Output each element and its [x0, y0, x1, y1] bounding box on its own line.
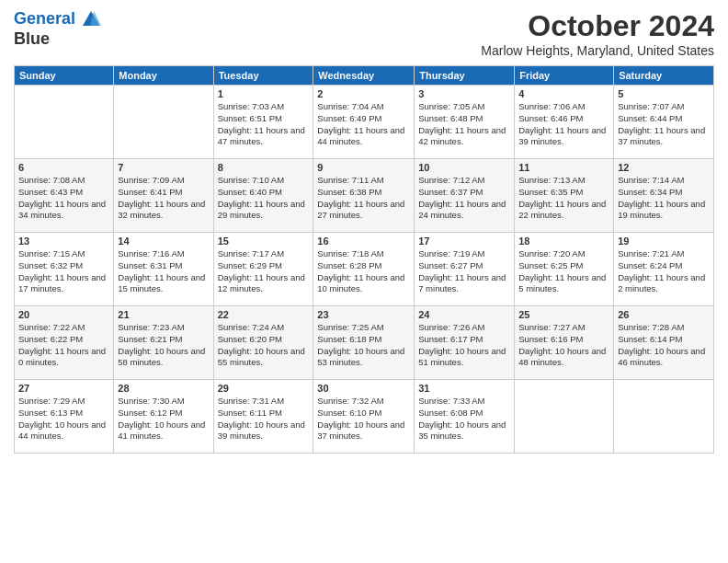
day-detail: Sunrise: 7:17 AM Sunset: 6:29 PM Dayligh…: [218, 248, 310, 295]
day-number: 14: [118, 236, 209, 247]
day-detail: Sunrise: 7:12 AM Sunset: 6:37 PM Dayligh…: [418, 175, 510, 222]
day-detail: Sunrise: 7:33 AM Sunset: 6:08 PM Dayligh…: [418, 396, 510, 442]
day-detail: Sunrise: 7:10 AM Sunset: 6:40 PM Dayligh…: [218, 175, 310, 222]
day-detail: Sunrise: 7:18 AM Sunset: 6:28 PM Dayligh…: [317, 248, 410, 295]
day-number: 3: [418, 88, 510, 99]
title-block: October 2024 Marlow Heights, Maryland, U…: [481, 9, 714, 58]
day-number: 6: [18, 162, 109, 173]
day-number: 23: [317, 309, 410, 320]
day-number: 21: [118, 309, 209, 320]
day-number: 9: [317, 162, 410, 173]
day-number: 19: [618, 236, 710, 247]
day-cell: 19Sunrise: 7:21 AM Sunset: 6:24 PM Dayli…: [614, 233, 714, 306]
day-number: 18: [518, 236, 609, 247]
day-detail: Sunrise: 7:21 AM Sunset: 6:24 PM Dayligh…: [618, 248, 710, 295]
day-header-friday: Friday: [515, 66, 614, 86]
logo: General Blue: [14, 9, 102, 49]
day-detail: Sunrise: 7:22 AM Sunset: 6:22 PM Dayligh…: [18, 322, 109, 369]
week-row-1: 1Sunrise: 7:03 AM Sunset: 6:51 PM Daylig…: [15, 86, 714, 159]
day-number: 20: [18, 309, 109, 320]
day-number: 10: [418, 162, 510, 173]
day-cell: 9Sunrise: 7:11 AM Sunset: 6:38 PM Daylig…: [313, 159, 415, 233]
day-cell: 24Sunrise: 7:26 AM Sunset: 6:17 PM Dayli…: [415, 306, 515, 380]
day-detail: Sunrise: 7:26 AM Sunset: 6:17 PM Dayligh…: [418, 322, 510, 369]
day-detail: Sunrise: 7:14 AM Sunset: 6:34 PM Dayligh…: [618, 175, 710, 222]
day-cell: [515, 380, 614, 454]
logo-text: General Blue: [14, 9, 102, 49]
day-detail: Sunrise: 7:20 AM Sunset: 6:25 PM Dayligh…: [518, 248, 609, 295]
day-cell: 1Sunrise: 7:03 AM Sunset: 6:51 PM Daylig…: [213, 86, 313, 159]
week-row-2: 6Sunrise: 7:08 AM Sunset: 6:43 PM Daylig…: [15, 159, 714, 233]
header: General Blue October 2024 Marlow Heights…: [14, 9, 714, 58]
day-detail: Sunrise: 7:28 AM Sunset: 6:14 PM Dayligh…: [618, 322, 710, 369]
day-detail: Sunrise: 7:06 AM Sunset: 6:46 PM Dayligh…: [518, 101, 609, 148]
week-row-3: 13Sunrise: 7:15 AM Sunset: 6:32 PM Dayli…: [15, 233, 714, 306]
day-number: 25: [518, 309, 609, 320]
day-number: 5: [618, 88, 710, 99]
day-cell: 17Sunrise: 7:19 AM Sunset: 6:27 PM Dayli…: [415, 233, 515, 306]
day-detail: Sunrise: 7:05 AM Sunset: 6:48 PM Dayligh…: [418, 101, 510, 148]
day-cell: 4Sunrise: 7:06 AM Sunset: 6:46 PM Daylig…: [515, 86, 614, 159]
day-cell: 20Sunrise: 7:22 AM Sunset: 6:22 PM Dayli…: [15, 306, 114, 380]
day-cell: 2Sunrise: 7:04 AM Sunset: 6:49 PM Daylig…: [313, 86, 415, 159]
day-number: 8: [218, 162, 310, 173]
day-cell: 11Sunrise: 7:13 AM Sunset: 6:35 PM Dayli…: [515, 159, 614, 233]
day-detail: Sunrise: 7:09 AM Sunset: 6:41 PM Dayligh…: [118, 175, 209, 222]
day-number: 17: [418, 236, 510, 247]
day-cell: 22Sunrise: 7:24 AM Sunset: 6:20 PM Dayli…: [213, 306, 313, 380]
page: General Blue October 2024 Marlow Heights…: [0, 0, 728, 563]
day-header-monday: Monday: [114, 66, 213, 86]
day-detail: Sunrise: 7:25 AM Sunset: 6:18 PM Dayligh…: [317, 322, 410, 369]
day-cell: 31Sunrise: 7:33 AM Sunset: 6:08 PM Dayli…: [415, 380, 515, 454]
day-cell: [114, 86, 213, 159]
day-header-saturday: Saturday: [614, 66, 714, 86]
day-header-sunday: Sunday: [15, 66, 114, 86]
day-number: 4: [518, 88, 609, 99]
day-number: 31: [418, 383, 510, 394]
header-row: SundayMondayTuesdayWednesdayThursdayFrid…: [15, 66, 714, 86]
day-cell: 15Sunrise: 7:17 AM Sunset: 6:29 PM Dayli…: [213, 233, 313, 306]
day-cell: 30Sunrise: 7:32 AM Sunset: 6:10 PM Dayli…: [313, 380, 415, 454]
calendar-body: 1Sunrise: 7:03 AM Sunset: 6:51 PM Daylig…: [15, 86, 714, 454]
day-number: 16: [317, 236, 410, 247]
logo-wordmark: General: [14, 9, 102, 29]
day-detail: Sunrise: 7:29 AM Sunset: 6:13 PM Dayligh…: [18, 396, 109, 442]
day-detail: Sunrise: 7:04 AM Sunset: 6:49 PM Dayligh…: [317, 101, 410, 148]
day-detail: Sunrise: 7:31 AM Sunset: 6:11 PM Dayligh…: [218, 396, 310, 442]
day-number: 2: [317, 88, 410, 99]
day-cell: 28Sunrise: 7:30 AM Sunset: 6:12 PM Dayli…: [114, 380, 213, 454]
day-detail: Sunrise: 7:15 AM Sunset: 6:32 PM Dayligh…: [18, 248, 109, 295]
day-number: 7: [118, 162, 209, 173]
day-detail: Sunrise: 7:30 AM Sunset: 6:12 PM Dayligh…: [118, 396, 209, 442]
day-detail: Sunrise: 7:07 AM Sunset: 6:44 PM Dayligh…: [618, 101, 710, 148]
day-cell: 26Sunrise: 7:28 AM Sunset: 6:14 PM Dayli…: [614, 306, 714, 380]
day-cell: 3Sunrise: 7:05 AM Sunset: 6:48 PM Daylig…: [415, 86, 515, 159]
location: Marlow Heights, Maryland, United States: [481, 43, 714, 58]
day-number: 27: [18, 383, 109, 394]
day-cell: 18Sunrise: 7:20 AM Sunset: 6:25 PM Dayli…: [515, 233, 614, 306]
day-detail: Sunrise: 7:32 AM Sunset: 6:10 PM Dayligh…: [317, 396, 410, 442]
day-cell: 29Sunrise: 7:31 AM Sunset: 6:11 PM Dayli…: [213, 380, 313, 454]
calendar: SundayMondayTuesdayWednesdayThursdayFrid…: [14, 65, 714, 454]
day-cell: 16Sunrise: 7:18 AM Sunset: 6:28 PM Dayli…: [313, 233, 415, 306]
day-number: 24: [418, 309, 510, 320]
day-detail: Sunrise: 7:08 AM Sunset: 6:43 PM Dayligh…: [18, 175, 109, 222]
day-detail: Sunrise: 7:16 AM Sunset: 6:31 PM Dayligh…: [118, 248, 209, 295]
day-cell: [614, 380, 714, 454]
day-header-thursday: Thursday: [415, 66, 515, 86]
day-cell: 7Sunrise: 7:09 AM Sunset: 6:41 PM Daylig…: [114, 159, 213, 233]
month-year: October 2024: [481, 9, 714, 43]
day-number: 26: [618, 309, 710, 320]
day-detail: Sunrise: 7:27 AM Sunset: 6:16 PM Dayligh…: [518, 322, 609, 369]
day-cell: 12Sunrise: 7:14 AM Sunset: 6:34 PM Dayli…: [614, 159, 714, 233]
day-detail: Sunrise: 7:03 AM Sunset: 6:51 PM Dayligh…: [218, 101, 310, 148]
day-number: 29: [218, 383, 310, 394]
day-cell: 6Sunrise: 7:08 AM Sunset: 6:43 PM Daylig…: [15, 159, 114, 233]
day-number: 12: [618, 162, 710, 173]
day-cell: 25Sunrise: 7:27 AM Sunset: 6:16 PM Dayli…: [515, 306, 614, 380]
day-cell: 8Sunrise: 7:10 AM Sunset: 6:40 PM Daylig…: [213, 159, 313, 233]
day-detail: Sunrise: 7:23 AM Sunset: 6:21 PM Dayligh…: [118, 322, 209, 369]
day-number: 22: [218, 309, 310, 320]
day-header-tuesday: Tuesday: [213, 66, 313, 86]
logo-icon: [81, 9, 101, 29]
